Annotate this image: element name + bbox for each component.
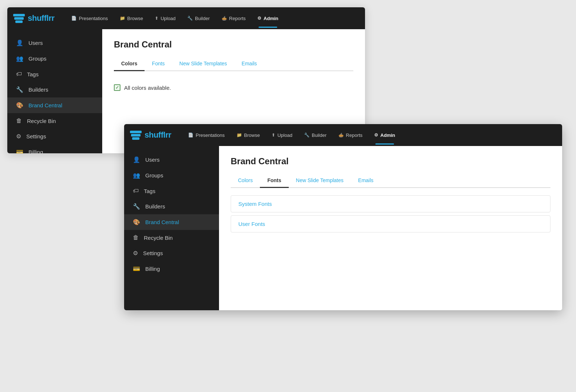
reports-icon-2: 🥧 — [338, 132, 344, 138]
nav-admin-2[interactable]: ⚙ Admin — [369, 130, 400, 141]
all-colors-row: All colors available. — [114, 84, 353, 91]
tab-emails-2[interactable]: Emails — [351, 174, 381, 188]
topnav-1: shufflrr 📄 Presentations 📁 Browse ⬆ Uplo… — [7, 7, 365, 29]
upload-icon-1: ⬆ — [155, 16, 158, 21]
sidebar-item-billing-2[interactable]: 💳 Billing — [124, 261, 219, 277]
main-content-2: Brand Central Colors Fonts New Slide Tem… — [219, 146, 562, 310]
recyclebin-icon-2: 🗑 — [133, 234, 139, 241]
sidebar-item-groups-1[interactable]: 👥 Groups — [7, 51, 102, 66]
sidebar-item-users-2[interactable]: 👤 Users — [124, 152, 219, 168]
sidebar-item-builders-1[interactable]: 🔧 Builders — [7, 82, 102, 97]
nav-presentations-2[interactable]: 📄 Presentations — [183, 130, 230, 141]
groups-icon-1: 👥 — [16, 55, 23, 62]
presentations-icon-1: 📄 — [71, 16, 77, 21]
browse-icon-1: 📁 — [120, 16, 125, 21]
logo-text-1: shufflrr — [28, 14, 54, 23]
sidebar-1: 👤 Users 👥 Groups 🏷 Tags 🔧 Builders 🎨 Bra… — [7, 29, 102, 153]
page-title-2: Brand Central — [231, 156, 550, 166]
tab-fonts-1[interactable]: Fonts — [145, 57, 172, 71]
window-2: shufflrr 📄 Presentations 📁 Browse ⬆ Uplo… — [124, 124, 562, 310]
nav-browse-1[interactable]: 📁 Browse — [115, 13, 148, 24]
logo-1[interactable]: shufflrr — [13, 14, 54, 23]
upload-icon-2: ⬆ — [272, 132, 275, 138]
reports-icon-1: 🥧 — [222, 16, 227, 21]
tags-icon-1: 🏷 — [16, 71, 22, 77]
brandcentral-icon-1: 🎨 — [16, 102, 23, 109]
fonts-content-2: System Fonts User Fonts — [231, 195, 550, 232]
nav-presentations-1[interactable]: 📄 Presentations — [66, 13, 113, 24]
tabs-1: Colors Fonts New Slide Templates Emails — [114, 57, 353, 71]
logo-2[interactable]: shufflrr — [130, 130, 171, 140]
nav-admin-1[interactable]: ⚙ Admin — [252, 13, 283, 24]
nav-browse-2[interactable]: 📁 Browse — [231, 130, 265, 141]
page-title-1: Brand Central — [114, 39, 353, 50]
sidebar-item-builders-2[interactable]: 🔧 Builders — [124, 199, 219, 214]
admin-icon-2: ⚙ — [374, 132, 378, 138]
tab-new-slide-templates-2[interactable]: New Slide Templates — [289, 174, 351, 188]
nav-reports-1[interactable]: 🥧 Reports — [216, 13, 251, 24]
tab-colors-1[interactable]: Colors — [114, 57, 145, 71]
builders-icon-2: 🔧 — [133, 203, 140, 210]
sidebar-item-brandcentral-2[interactable]: 🎨 Brand Central — [124, 214, 219, 230]
colors-checkbox[interactable] — [114, 84, 120, 91]
topnav-2: shufflrr 📄 Presentations 📁 Browse ⬆ Uplo… — [124, 124, 562, 146]
nav-upload-1[interactable]: ⬆ Upload — [150, 13, 181, 24]
sidebar-item-groups-2[interactable]: 👥 Groups — [124, 168, 219, 183]
sidebar-item-settings-1[interactable]: ⚙ Settings — [7, 128, 102, 144]
users-icon-2: 👤 — [133, 156, 140, 163]
recyclebin-icon-1: 🗑 — [16, 118, 22, 124]
logo-icon-2 — [130, 131, 142, 140]
sidebar-item-tags-1[interactable]: 🏷 Tags — [7, 66, 102, 82]
nav-upload-2[interactable]: ⬆ Upload — [266, 130, 297, 141]
nav-items-2: 📄 Presentations 📁 Browse ⬆ Upload 🔧 Buil… — [183, 130, 556, 141]
billing-icon-1: 💳 — [16, 149, 23, 153]
tab-colors-2[interactable]: Colors — [231, 174, 260, 188]
tags-icon-2: 🏷 — [133, 188, 139, 194]
users-icon-1: 👤 — [16, 39, 23, 46]
groups-icon-2: 👥 — [133, 172, 140, 179]
colors-content-1: All colors available. — [114, 78, 353, 97]
nav-builder-2[interactable]: 🔧 Builder — [299, 130, 331, 141]
builders-icon-1: 🔧 — [16, 86, 23, 93]
brandcentral-icon-2: 🎨 — [133, 219, 140, 226]
sidebar-item-billing-1[interactable]: 💳 Billing — [7, 144, 102, 153]
sidebar-item-recyclebin-1[interactable]: 🗑 Recycle Bin — [7, 113, 102, 128]
admin-icon-1: ⚙ — [257, 16, 261, 21]
tab-fonts-2[interactable]: Fonts — [260, 174, 288, 188]
billing-icon-2: 💳 — [133, 265, 140, 272]
nav-reports-2[interactable]: 🥧 Reports — [333, 130, 368, 141]
sidebar-item-recyclebin-2[interactable]: 🗑 Recycle Bin — [124, 230, 219, 245]
sidebar-2: 👤 Users 👥 Groups 🏷 Tags 🔧 Builders 🎨 Bra… — [124, 146, 219, 310]
builder-icon-1: 🔧 — [187, 16, 193, 21]
presentations-icon-2: 📄 — [188, 132, 193, 138]
tab-emails-1[interactable]: Emails — [234, 57, 264, 71]
user-fonts-row[interactable]: User Fonts — [231, 215, 550, 232]
builder-icon-2: 🔧 — [304, 132, 310, 138]
sidebar-item-brandcentral-1[interactable]: 🎨 Brand Central — [7, 97, 102, 113]
browse-icon-2: 📁 — [237, 132, 242, 138]
colors-message: All colors available. — [124, 85, 171, 91]
tabs-2: Colors Fonts New Slide Templates Emails — [231, 174, 550, 188]
logo-text-2: shufflrr — [145, 130, 171, 140]
nav-builder-1[interactable]: 🔧 Builder — [182, 13, 215, 24]
app-body-2: 👤 Users 👥 Groups 🏷 Tags 🔧 Builders 🎨 Bra… — [124, 146, 562, 310]
sidebar-item-users-1[interactable]: 👤 Users — [7, 35, 102, 51]
system-fonts-row[interactable]: System Fonts — [231, 195, 550, 212]
nav-items-1: 📄 Presentations 📁 Browse ⬆ Upload 🔧 Buil… — [66, 13, 359, 24]
settings-icon-1: ⚙ — [16, 133, 21, 140]
tab-new-slide-templates-1[interactable]: New Slide Templates — [172, 57, 234, 71]
content-inner-2: Brand Central Colors Fonts New Slide Tem… — [219, 146, 562, 310]
sidebar-item-tags-2[interactable]: 🏷 Tags — [124, 183, 219, 199]
settings-icon-2: ⚙ — [133, 250, 138, 257]
sidebar-item-settings-2[interactable]: ⚙ Settings — [124, 245, 219, 261]
logo-icon-1 — [13, 14, 25, 23]
